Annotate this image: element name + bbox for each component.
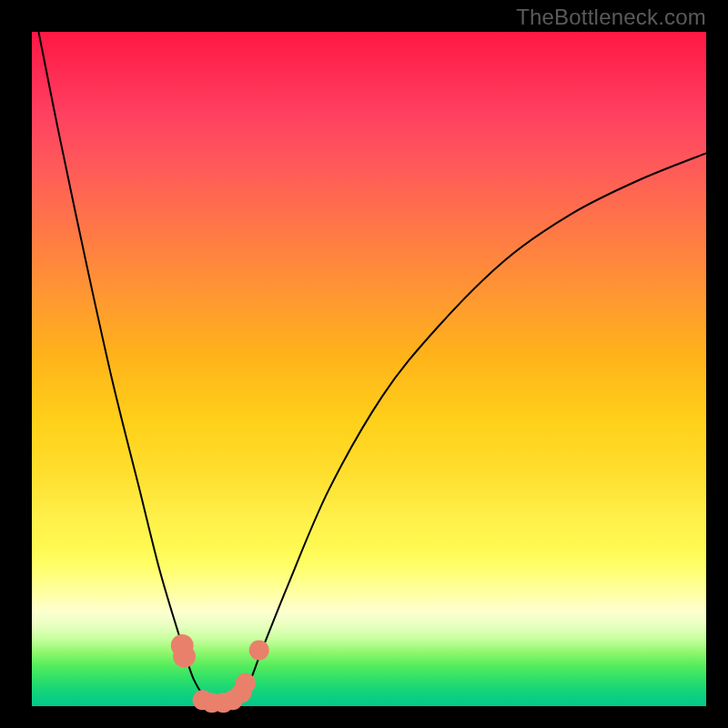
marker-dot — [249, 641, 269, 661]
plot-area — [32, 32, 706, 706]
watermark-text: TheBottleneck.com — [516, 5, 706, 30]
chart-frame: TheBottleneck.com — [0, 0, 728, 728]
highlight-markers — [171, 634, 269, 713]
marker-dot — [173, 645, 196, 668]
bottleneck-curve — [38, 32, 706, 706]
chart-svg — [32, 32, 706, 706]
marker-dot — [236, 673, 256, 693]
